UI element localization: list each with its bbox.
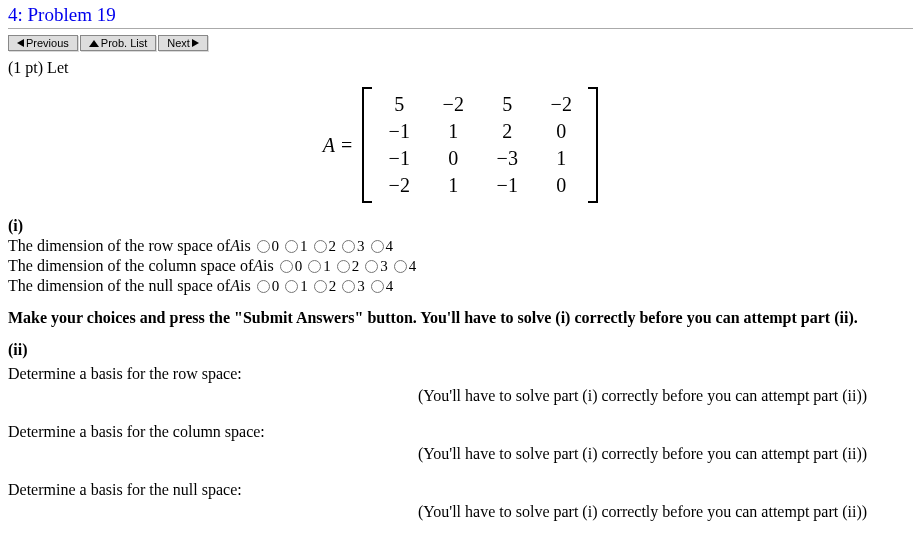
matrix-cell: 1 [426,172,480,199]
matrix-cell: 5 [372,91,426,118]
triangle-left-icon [17,39,24,47]
matrix-lhs: A [323,134,335,157]
row-opt-1[interactable]: 1 [283,238,308,255]
table-row: −2 1 −1 0 [372,172,588,199]
nav-row: Previous Prob. List Next [8,35,913,51]
row-space-A: A [230,237,240,255]
intro-line: (1 pt) Let [8,59,913,77]
matrix-cell: 1 [534,145,588,172]
col-space-options: 0 1 2 3 4 [274,258,417,275]
null-opt-3[interactable]: 3 [340,278,365,295]
null-basis-block: Determine a basis for the null space: (Y… [8,481,913,521]
matrix-cell: 0 [426,145,480,172]
col-basis-prompt: Determine a basis for the column space: [8,423,913,441]
submit-instruction: Make your choices and press the "Submit … [8,309,913,327]
equals-sign: = [341,134,352,157]
null-space-pre: The dimension of the null space of [8,277,230,295]
matrix-cell: −2 [426,91,480,118]
matrix-cell: 5 [480,91,534,118]
matrix-cell: 1 [426,118,480,145]
table-row: −1 1 2 0 [372,118,588,145]
col-opt-1[interactable]: 1 [306,258,331,275]
matrix-cell: −2 [534,91,588,118]
page-title: 4: Problem 19 [8,4,913,26]
col-space-line: The dimension of the column space of A i… [8,257,913,275]
null-space-A: A [230,277,240,295]
points-text: (1 pt) [8,59,43,76]
col-space-post: is [263,257,274,275]
row-opt-4[interactable]: 4 [369,238,394,255]
null-space-post: is [240,277,251,295]
matrix-cell: 0 [534,172,588,199]
next-button[interactable]: Next [158,35,208,51]
matrix-table: 5 −2 5 −2 −1 1 2 0 −1 0 −3 1 −2 1 −1 0 [372,91,588,199]
col-opt-0[interactable]: 0 [278,258,303,275]
null-basis-prompt: Determine a basis for the null space: [8,481,913,499]
row-space-pre: The dimension of the row space of [8,237,230,255]
col-opt-2[interactable]: 2 [335,258,360,275]
null-space-options: 0 1 2 3 4 [251,278,394,295]
triangle-up-icon [89,40,99,47]
row-space-options: 0 1 2 3 4 [251,238,394,255]
null-opt-0[interactable]: 0 [255,278,280,295]
col-space-pre: The dimension of the column space of [8,257,253,275]
null-opt-4[interactable]: 4 [369,278,394,295]
row-space-line: The dimension of the row space of A is 0… [8,237,913,255]
let-text: Let [47,59,68,76]
row-opt-2[interactable]: 2 [312,238,337,255]
null-space-line: The dimension of the null space of A is … [8,277,913,295]
row-basis-locked: (You'll have to solve part (i) correctly… [8,387,913,405]
col-opt-3[interactable]: 3 [363,258,388,275]
previous-button[interactable]: Previous [8,35,78,51]
matrix-equation: A = 5 −2 5 −2 −1 1 2 0 −1 0 −3 1 −2 [8,87,913,203]
table-row: 5 −2 5 −2 [372,91,588,118]
problist-button[interactable]: Prob. List [80,35,156,51]
row-opt-3[interactable]: 3 [340,238,365,255]
row-space-post: is [240,237,251,255]
row-basis-block: Determine a basis for the row space: (Yo… [8,365,913,405]
next-label: Next [167,37,190,49]
previous-label: Previous [26,37,69,49]
null-opt-1[interactable]: 1 [283,278,308,295]
problist-label: Prob. List [101,37,147,49]
matrix-cell: 0 [534,118,588,145]
null-opt-2[interactable]: 2 [312,278,337,295]
null-basis-locked: (You'll have to solve part (i) correctly… [8,503,913,521]
col-basis-locked: (You'll have to solve part (i) correctly… [8,445,913,463]
row-basis-prompt: Determine a basis for the row space: [8,365,913,383]
matrix-cell: −3 [480,145,534,172]
matrix-cell: −1 [372,145,426,172]
part-i-label: (i) [8,217,913,235]
divider [8,28,913,29]
col-opt-4[interactable]: 4 [392,258,417,275]
triangle-right-icon [192,39,199,47]
col-basis-block: Determine a basis for the column space: … [8,423,913,463]
table-row: −1 0 −3 1 [372,145,588,172]
col-space-A: A [253,257,263,275]
row-opt-0[interactable]: 0 [255,238,280,255]
matrix-cell: −2 [372,172,426,199]
matrix-cell: 2 [480,118,534,145]
matrix-cell: −1 [372,118,426,145]
matrix-brackets: 5 −2 5 −2 −1 1 2 0 −1 0 −3 1 −2 1 −1 0 [362,87,598,203]
part-ii-label: (ii) [8,341,913,359]
matrix-cell: −1 [480,172,534,199]
